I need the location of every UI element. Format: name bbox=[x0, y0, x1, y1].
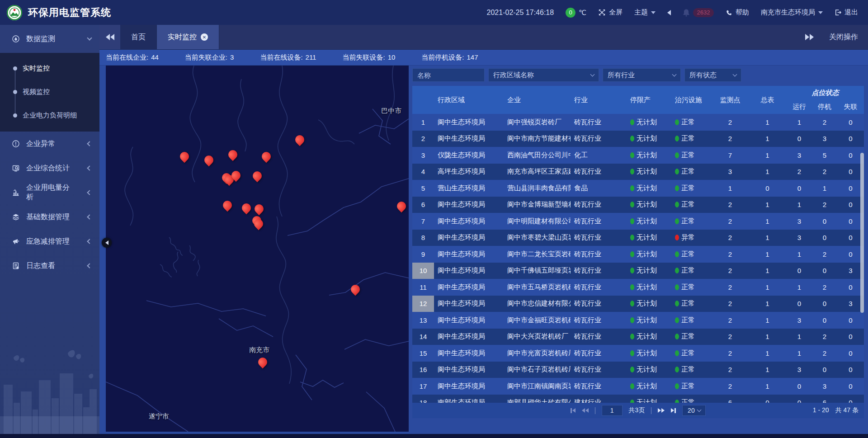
megaphone-icon bbox=[12, 237, 20, 245]
help-button[interactable]: 帮助 bbox=[726, 8, 749, 17]
stats-bar: 当前在线企业:44当前失联企业:3当前在线设备:211当前失联设备:10当前停机… bbox=[99, 50, 868, 66]
cell-run-count: 3 bbox=[787, 147, 812, 164]
table-row[interactable]: 3仪陇生态环境局西南油气田分公司川中化工无计划正常71350 bbox=[412, 147, 864, 164]
close-operations-button[interactable]: 关闭操作 bbox=[829, 33, 858, 42]
map-pin[interactable] bbox=[295, 135, 304, 144]
sidebar-item-2[interactable]: 企业综合统计 bbox=[0, 156, 99, 180]
map-pin[interactable] bbox=[351, 285, 360, 294]
last-page-button[interactable] bbox=[671, 408, 676, 413]
cell-company: 阆中市光富页岩机砖厂 bbox=[502, 345, 571, 362]
cell-run-count: 1 bbox=[787, 197, 812, 213]
industry-select[interactable]: 所有行业 bbox=[603, 68, 681, 82]
sidebar-item-4[interactable]: 基础数据管理 bbox=[0, 205, 99, 229]
map-collapse-handle[interactable] bbox=[102, 238, 112, 248]
status-dot bbox=[630, 367, 634, 372]
map-pin[interactable] bbox=[180, 152, 189, 161]
table-row[interactable]: 11阆中生态环境局阆中市五马桥页岩机砖砖瓦行业无计划正常21120 bbox=[412, 279, 864, 296]
table-row[interactable]: 14阆中生态环境局阆中大兴页岩机砖厂砖瓦行业无计划正常21120 bbox=[412, 329, 864, 345]
table-row[interactable]: 7阆中生态环境局阆中明阳建材有限公司砖瓦行业无计划正常21300 bbox=[412, 213, 864, 230]
status-select[interactable]: 所有状态 bbox=[684, 68, 741, 82]
table-row[interactable]: 12阆中生态环境局阆中市忠信建材有限公砖瓦行业无计划正常21003 bbox=[412, 296, 864, 312]
cell-monitor-count: 2 bbox=[712, 246, 748, 263]
table-row[interactable]: 8阆中生态环境局阆中市枣碧大梁山页岩砖瓦行业无计划异常21300 bbox=[412, 230, 864, 246]
tab-1[interactable]: 实时监控✕ bbox=[157, 25, 219, 49]
sidebar-item-3[interactable]: 企业用电量分析 bbox=[0, 180, 99, 205]
announcement-toggle[interactable] bbox=[667, 10, 671, 15]
sidebar-subitem-1[interactable]: 视频监控 bbox=[0, 80, 99, 104]
prev-page-button[interactable] bbox=[582, 408, 589, 413]
map-pin[interactable] bbox=[228, 150, 237, 159]
tabs-scroll-left-button[interactable] bbox=[99, 25, 120, 49]
tab-0[interactable]: 首页 bbox=[120, 25, 157, 49]
table-row[interactable]: 18南部生态环境局南部县砌华土砖有限公建材行业无计划正常60060 bbox=[412, 395, 864, 403]
first-page-button[interactable] bbox=[571, 408, 576, 413]
theme-dropdown[interactable]: 主题 bbox=[634, 8, 656, 17]
fullscreen-button[interactable]: 全屏 bbox=[598, 8, 623, 17]
status-dot bbox=[675, 218, 679, 224]
status-text: 无计划 bbox=[637, 167, 657, 176]
map-pin[interactable] bbox=[253, 171, 262, 180]
cell-halt-count: 6 bbox=[812, 395, 837, 403]
row-number: 16 bbox=[412, 362, 434, 378]
map-pin[interactable] bbox=[242, 203, 251, 212]
table-scrollbar-thumb[interactable] bbox=[860, 153, 864, 313]
row-number: 7 bbox=[412, 213, 434, 230]
cell-region: 阆中生态环境局 bbox=[434, 131, 502, 147]
org-dropdown[interactable]: 南充市生态环境局 bbox=[761, 8, 823, 17]
table-row[interactable]: 6阆中生态环境局阆中市金博瑞新型墙材砖瓦行业无计划正常21120 bbox=[412, 197, 864, 213]
region-select[interactable]: 行政区域名称 bbox=[488, 68, 599, 82]
sidebar-item-5[interactable]: 应急减排管理 bbox=[0, 229, 99, 254]
table-row[interactable]: 16阆中生态环境局阆中市石子页岩机砖厂砖瓦行业无计划正常21300 bbox=[412, 362, 864, 378]
cell-company: 阆中明阳建材有限公司 bbox=[502, 213, 571, 230]
col-industry: 行业 bbox=[571, 86, 626, 114]
map-canvas[interactable]: 巴中市南充市遂宁市 bbox=[106, 66, 409, 432]
tabs-scroll-right-button[interactable] bbox=[805, 34, 814, 40]
table-row[interactable]: 9阆中生态环境局阆中市二龙长宝页岩砖砖瓦行业无计划正常21120 bbox=[412, 246, 864, 263]
map-pin[interactable] bbox=[397, 202, 406, 211]
notifications[interactable]: 2632 bbox=[683, 8, 714, 17]
table-row[interactable]: 1阆中生态环境局阆中强锐页岩砖厂砖瓦行业无计划正常21120 bbox=[412, 114, 864, 131]
logout-button[interactable]: 退出 bbox=[835, 8, 858, 17]
map-pin[interactable] bbox=[204, 155, 213, 165]
sidebar-subitem-2[interactable]: 企业电力负荷明细 bbox=[0, 104, 99, 127]
cell-stop-status: 无计划 bbox=[626, 114, 669, 131]
cell-halt-count: 5 bbox=[812, 147, 837, 164]
table-row[interactable]: 4高坪生态环境局南充市高坪区王家店建砖瓦行业无计划正常31220 bbox=[412, 164, 864, 180]
next-page-button[interactable] bbox=[658, 408, 665, 413]
cell-run-count: 1 bbox=[787, 329, 812, 345]
table-row[interactable]: 13阆中生态环境局阆中市金福旺页岩机砖砖瓦行业无计划正常21300 bbox=[412, 312, 864, 329]
sidebar-item-label: 应急减排管理 bbox=[26, 237, 70, 246]
chevron-down-icon bbox=[87, 35, 92, 40]
cell-region: 阆中生态环境局 bbox=[434, 378, 502, 395]
table-row[interactable]: 10阆中生态环境局阆中千佛镇五郎垭页岩砖瓦行业无计划正常21003 bbox=[412, 263, 864, 279]
map-pin[interactable] bbox=[258, 358, 267, 367]
map-pin[interactable] bbox=[255, 204, 264, 213]
cell-stop-status: 无计划 bbox=[626, 362, 669, 378]
sidebar-item-0[interactable]: 数据监测 bbox=[0, 25, 99, 53]
table-row[interactable]: 17阆中生态环境局阆中市江南镇阆南页岩砖瓦行业无计划正常21030 bbox=[412, 378, 864, 395]
map-pin[interactable] bbox=[231, 171, 241, 180]
map-pin[interactable] bbox=[254, 219, 263, 228]
status-text: 无计划 bbox=[637, 118, 657, 127]
table-row[interactable]: 15阆中生态环境局阆中市光富页岩机砖厂砖瓦行业无计划正常21120 bbox=[412, 345, 864, 362]
page-size-select[interactable]: 20 bbox=[682, 405, 706, 416]
cell-company: 阆中强锐页岩砖厂 bbox=[502, 114, 571, 131]
page-number-input[interactable]: 1 bbox=[602, 405, 623, 416]
status-dot bbox=[630, 202, 634, 207]
cell-industry: 砖瓦行业 bbox=[571, 114, 626, 131]
map-pin[interactable] bbox=[262, 152, 271, 161]
cell-halt-count: 2 bbox=[812, 164, 837, 180]
cell-region: 阆中生态环境局 bbox=[434, 114, 502, 131]
sidebar-item-6[interactable]: 日志查看 bbox=[0, 254, 99, 278]
cell-company: 阆中市石子页岩机砖厂 bbox=[502, 362, 571, 378]
close-icon[interactable]: ✕ bbox=[201, 33, 208, 41]
sidebar-item-1[interactable]: 企业异常 bbox=[0, 132, 99, 156]
stats-window-icon bbox=[12, 164, 20, 172]
name-search-input[interactable] bbox=[412, 68, 485, 82]
sidebar-subitem-0[interactable]: 实时监控 bbox=[0, 57, 99, 80]
table-row[interactable]: 2阆中生态环境局阆中市南方节能建材有砖瓦行业无计划正常21030 bbox=[412, 131, 864, 147]
sidebar-item-label: 日志查看 bbox=[26, 261, 55, 271]
total-count-label: 共 47 条 bbox=[835, 406, 859, 414]
table-row[interactable]: 5营山生态环境局营山县润丰肉食品有限食品无计划正常10010 bbox=[412, 180, 864, 197]
map-pin[interactable] bbox=[223, 201, 232, 210]
